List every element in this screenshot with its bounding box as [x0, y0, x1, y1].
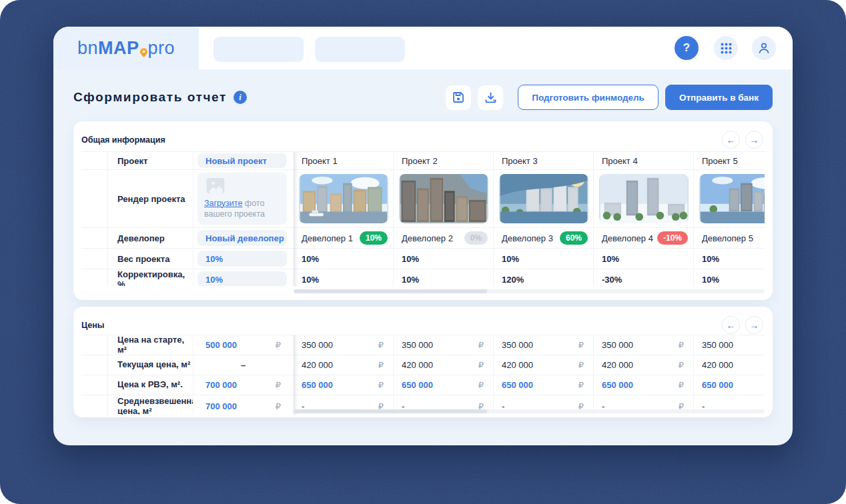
download-button[interactable]	[478, 85, 503, 110]
price-value: 420 000	[602, 360, 633, 370]
general-info-title: Общая информация	[81, 135, 165, 145]
project-adjustment: -30%	[594, 269, 694, 286]
rve-price-input[interactable]: 700 000	[205, 380, 237, 390]
row-selector-cell	[81, 395, 108, 415]
price-value[interactable]: 650 000	[602, 380, 633, 390]
new-adjustment-input[interactable]: 10%	[197, 271, 287, 286]
project-adjustment: 10%	[294, 269, 394, 286]
project-5-render-image	[699, 174, 765, 223]
scrollbar-thumb[interactable]	[294, 409, 487, 413]
row-label-rve-price: Цена к РВЭ, м².	[108, 375, 193, 395]
developer-change-badge: 60%	[560, 231, 588, 245]
ruble-sign: ₽	[378, 380, 384, 390]
developer-change-badge: -10%	[657, 231, 688, 245]
ruble-sign: ₽	[679, 340, 684, 350]
logo-map: MAP	[98, 38, 139, 59]
start-price-input[interactable]: 500 000	[205, 340, 237, 350]
prices-table: Цена на старте, м² 500 000₽ 350 000₽ 350…	[81, 335, 765, 415]
ruble-sign: ₽	[378, 360, 384, 370]
row-label-adjustment: Корректировка, %	[108, 269, 193, 286]
project-weight[interactable]: 10%	[294, 249, 394, 269]
page-title: Сформировать отчет	[73, 90, 227, 105]
horizontal-scrollbar[interactable]	[294, 289, 765, 293]
nav-placeholder-1[interactable]	[214, 37, 304, 62]
price-value[interactable]: 650 000	[502, 380, 533, 390]
new-developer-input[interactable]: Новый девелопер	[197, 230, 287, 246]
upload-link[interactable]: Загрузите	[204, 199, 242, 208]
project-weight[interactable]: 10%	[394, 249, 494, 269]
project-weight[interactable]: 10%	[494, 249, 594, 269]
top-bar: bnMAPpro ?	[53, 27, 793, 69]
row-selector-cell	[81, 170, 108, 227]
project-adjustment: 10%	[394, 269, 494, 286]
price-value: 420 000	[502, 360, 533, 370]
user-icon	[757, 41, 771, 55]
row-selector-cell	[81, 375, 108, 395]
row-label-developer: Девелопер	[108, 228, 193, 248]
general-info-card: Общая информация ← → Проект Новый проект…	[73, 121, 773, 300]
project-weight[interactable]: 10%	[694, 249, 765, 269]
ruble-sign: ₽	[578, 340, 584, 350]
profile-button[interactable]	[752, 36, 776, 60]
apps-grid-icon	[721, 43, 732, 54]
nav-placeholder-2[interactable]	[315, 37, 405, 62]
new-project-input[interactable]: Новый проект	[197, 153, 287, 168]
ruble-sign: ₽	[378, 340, 384, 350]
info-icon[interactable]: i	[234, 91, 247, 104]
row-label-current-price: Текущая цена, м²	[108, 355, 193, 375]
prices-title: Цены	[81, 321, 104, 330]
apps-menu-button[interactable]	[714, 36, 738, 60]
download-icon	[484, 91, 497, 104]
price-value[interactable]: 650 000	[402, 380, 433, 390]
row-selector-cell	[81, 152, 108, 169]
upload-photo-dropzone[interactable]: Загрузите фото вашего проекта	[197, 173, 287, 225]
ruble-sign: ₽	[578, 380, 584, 390]
weighted-avg-input[interactable]: 700 000	[205, 401, 237, 411]
help-button[interactable]: ?	[675, 36, 699, 60]
row-label-start-price: Цена на старте, м²	[108, 335, 193, 355]
price-value[interactable]: 650 000	[302, 380, 333, 390]
price-value: 350 000	[502, 340, 533, 350]
save-button[interactable]	[446, 85, 471, 110]
send-to-bank-button[interactable]: Отправить в банк	[665, 85, 773, 110]
row-label-weighted-avg: Средневзвешенная цена, м²	[108, 395, 193, 415]
scroll-right-button[interactable]: →	[745, 131, 763, 149]
row-selector-cell	[81, 269, 108, 286]
prepare-finmodel-button[interactable]: Подготовить финмодель	[518, 85, 659, 110]
project-2-header: Проект 2	[394, 152, 494, 169]
image-placeholder-icon	[204, 178, 227, 194]
save-icon	[452, 91, 464, 103]
scroll-left-button[interactable]: ←	[722, 316, 740, 334]
project-2-render-image	[399, 174, 488, 223]
price-value: 420 000	[402, 360, 433, 370]
scroll-right-button[interactable]: →	[745, 316, 763, 334]
scrollbar-thumb[interactable]	[294, 289, 487, 293]
project-weight[interactable]: 10%	[594, 249, 694, 269]
horizontal-scrollbar[interactable]	[294, 409, 765, 413]
price-value: 350 000	[702, 340, 733, 350]
price-value: 420 000	[702, 360, 733, 370]
developer-change-badge: 0%	[464, 231, 488, 245]
developer-name: Девелопер 5	[702, 233, 753, 243]
ruble-sign: ₽	[679, 360, 684, 370]
map-pin-icon	[140, 48, 147, 57]
developer-change-badge: 10%	[360, 231, 388, 245]
ruble-sign: ₽	[478, 380, 484, 390]
row-selector-cell	[81, 249, 108, 269]
row-label-render: Рендер проекта	[108, 170, 193, 227]
price-value[interactable]: 650 000	[702, 380, 733, 390]
new-weight-input[interactable]: 10%	[197, 251, 287, 267]
scroll-left-button[interactable]: ←	[722, 131, 740, 149]
logo-bn: bn	[77, 38, 98, 59]
project-3-render-image	[499, 174, 588, 223]
ruble-sign: ₽	[478, 360, 484, 370]
logo[interactable]: bnMAPpro	[53, 27, 199, 69]
row-selector-cell	[81, 228, 108, 248]
project-5-header: Проект 5	[694, 152, 765, 169]
project-adjustment: 10%	[694, 269, 765, 286]
project-1-header: Проект 1	[294, 152, 394, 169]
row-label-weight: Вес проекта	[108, 249, 193, 269]
current-price-input[interactable]: –	[193, 355, 294, 375]
developer-name: Девелопер 3	[502, 233, 553, 243]
logo-pro: pro	[148, 38, 175, 59]
